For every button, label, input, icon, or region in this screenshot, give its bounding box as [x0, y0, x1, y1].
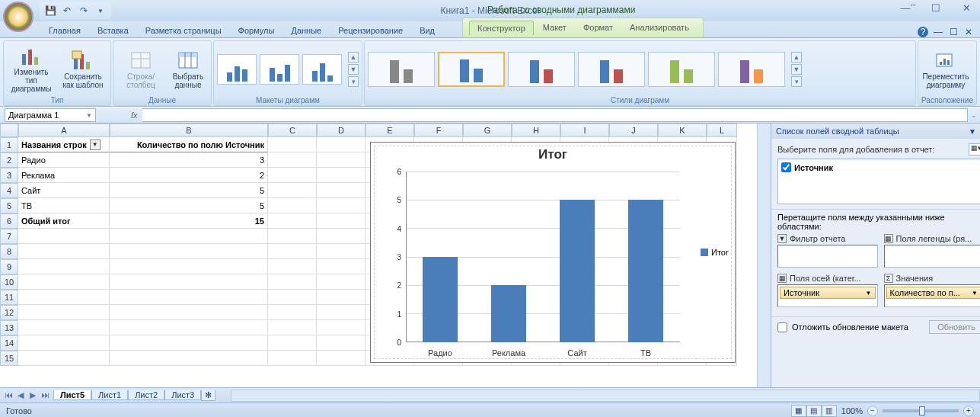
vertical-scrollbar[interactable] [757, 123, 771, 387]
formula-bar-expand-icon[interactable]: ⌄ [968, 111, 980, 119]
cell[interactable] [317, 152, 366, 168]
ribbon-minimize-icon[interactable]: — [933, 27, 943, 37]
cell[interactable] [317, 213, 366, 229]
close-button[interactable]: ✕ [959, 2, 974, 14]
cell[interactable] [268, 168, 317, 183]
cell[interactable] [268, 351, 317, 366]
col-header-L[interactable]: L [707, 123, 737, 137]
cell[interactable] [268, 213, 317, 229]
defer-update-checkbox[interactable] [777, 322, 787, 332]
chart-style-6[interactable] [718, 52, 785, 87]
row-header[interactable]: 6 [0, 213, 18, 229]
row-header[interactable]: 8 [0, 244, 18, 259]
cell[interactable] [268, 335, 317, 351]
col-header-J[interactable]: J [609, 123, 658, 137]
chart-layout-3[interactable] [302, 54, 342, 85]
save-icon[interactable]: 💾 [44, 5, 56, 17]
cell[interactable] [317, 259, 366, 274]
tab-data[interactable]: Данные [283, 24, 329, 37]
cell[interactable] [268, 320, 317, 335]
cell[interactable]: 5 [110, 198, 268, 213]
chart-bar[interactable] [628, 200, 663, 342]
sheet-nav-next-icon[interactable]: ▶ [27, 390, 38, 400]
cell[interactable] [110, 335, 268, 351]
row-header[interactable]: 13 [0, 320, 18, 335]
cell[interactable] [317, 305, 366, 320]
tab-view[interactable]: Вид [412, 24, 442, 37]
cell[interactable] [268, 152, 317, 168]
cell[interactable] [268, 259, 317, 274]
cell[interactable]: 15 [110, 213, 268, 229]
zoom-slider[interactable] [883, 409, 959, 412]
row-header[interactable]: 3 [0, 168, 18, 183]
cell[interactable] [268, 244, 317, 259]
cell[interactable] [110, 274, 268, 290]
cell[interactable]: Радио [18, 152, 110, 168]
col-header-B[interactable]: B [110, 123, 268, 137]
cell[interactable] [317, 137, 366, 152]
undo-icon[interactable]: ↶ [61, 5, 73, 17]
cell[interactable] [18, 229, 110, 244]
tab-formulas[interactable]: Формулы [231, 24, 283, 37]
field-checkbox-source[interactable] [781, 162, 791, 172]
area-values-box[interactable]: Количество по п...▼ [884, 284, 981, 307]
cell[interactable] [317, 229, 366, 244]
row-header[interactable]: 9 [0, 259, 18, 274]
col-header-H[interactable]: H [512, 123, 560, 137]
tab-format[interactable]: Формат [576, 21, 621, 35]
sheet-nav-prev-icon[interactable]: ◀ [15, 390, 26, 400]
row-header[interactable]: 10 [0, 274, 18, 290]
axis-field-item[interactable]: Источник▼ [780, 287, 876, 299]
field-list-layout-button[interactable]: ▦▾ [969, 143, 980, 156]
chart-style-1[interactable] [368, 52, 435, 87]
row-header[interactable]: 2 [0, 152, 18, 168]
cell[interactable] [317, 274, 366, 290]
cell[interactable]: Количество по полю Источник [110, 137, 268, 152]
tab-layout[interactable]: Макет [535, 21, 574, 35]
page-break-view-button[interactable]: ▥ [822, 405, 837, 417]
col-header-A[interactable]: A [18, 123, 110, 137]
cell[interactable] [317, 335, 366, 351]
cell[interactable] [317, 290, 366, 305]
ribbon-restore-icon[interactable]: ☐ [948, 27, 959, 37]
tab-page-layout[interactable]: Разметка страницы [138, 24, 229, 37]
row-header[interactable]: 15 [0, 351, 18, 366]
row-header[interactable]: 12 [0, 305, 18, 320]
cell[interactable]: Общий итог [18, 213, 110, 229]
chart-style-4[interactable] [578, 52, 645, 87]
col-header-F[interactable]: F [414, 123, 463, 137]
pivot-chart[interactable]: Итог 0123456 РадиоРекламаСайтТВ Итог [370, 142, 736, 363]
tab-insert[interactable]: Вставка [90, 24, 136, 37]
fx-icon[interactable]: fx [126, 111, 142, 120]
cell[interactable]: 3 [110, 152, 268, 168]
col-header-C[interactable]: C [268, 123, 317, 137]
update-button[interactable]: Обновить [929, 320, 980, 334]
cell[interactable] [110, 290, 268, 305]
zoom-out-button[interactable]: − [867, 406, 878, 416]
cell[interactable] [18, 259, 110, 274]
values-field-item[interactable]: Количество по п...▼ [886, 287, 981, 299]
cell[interactable] [268, 305, 317, 320]
move-chart-button[interactable]: Переместить диаграмму [921, 47, 970, 91]
chart-layouts-up-icon[interactable]: ▲ [348, 52, 359, 63]
cell[interactable] [268, 137, 317, 152]
cell[interactable]: 5 [110, 183, 268, 198]
switch-row-column-button[interactable]: Строка/столбец [117, 47, 165, 91]
cell[interactable] [110, 305, 268, 320]
cell[interactable] [18, 244, 110, 259]
cell[interactable] [268, 183, 317, 198]
select-all-corner[interactable] [0, 123, 18, 137]
chart-layouts-down-icon[interactable]: ▼ [348, 64, 359, 75]
chart-style-2[interactable] [438, 52, 505, 87]
cell[interactable] [18, 305, 110, 320]
change-chart-type-button[interactable]: Изменить тип диаграммы [7, 43, 56, 95]
minimize-button[interactable]: — [898, 2, 913, 14]
col-header-E[interactable]: E [366, 123, 414, 137]
sheet-tab-3[interactable]: Лист3 [164, 390, 201, 400]
cell[interactable] [18, 274, 110, 290]
cell[interactable] [268, 229, 317, 244]
row-header[interactable]: 7 [0, 229, 18, 244]
row-header[interactable]: 5 [0, 198, 18, 213]
chart-style-5[interactable] [648, 52, 715, 87]
chart-bar[interactable] [423, 257, 458, 342]
